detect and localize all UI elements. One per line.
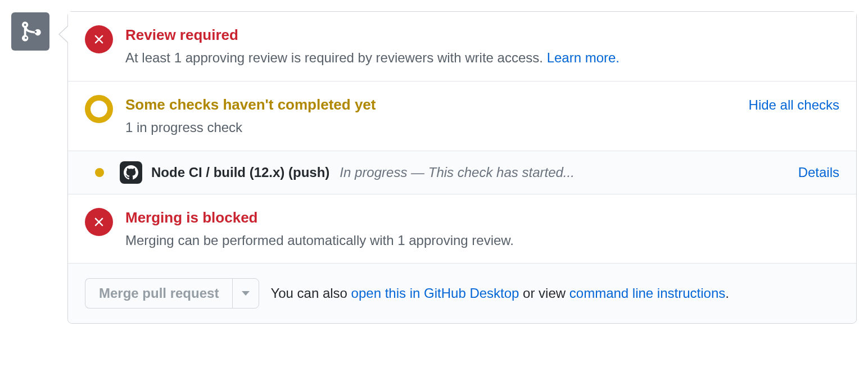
learn-more-link[interactable]: Learn more. <box>547 50 620 65</box>
footer-prefix: You can also <box>270 285 351 301</box>
merge-dropdown-button[interactable] <box>232 278 259 309</box>
check-name: Node CI / build (12.x) (push) <box>151 165 329 180</box>
chevron-down-icon <box>242 291 250 296</box>
check-status: In progress — This check has started... <box>340 165 798 180</box>
review-desc-text: At least 1 approving review is required … <box>125 50 547 65</box>
open-desktop-link[interactable]: open this in GitHub Desktop <box>351 285 519 301</box>
hide-all-checks-link[interactable]: Hide all checks <box>749 97 839 113</box>
review-required-desc: At least 1 approving review is required … <box>125 48 839 67</box>
review-required-section: Review required At least 1 approving rev… <box>68 12 856 81</box>
footer-middle: or view <box>519 285 569 301</box>
merging-blocked-desc: Merging can be performed automatically w… <box>125 231 839 250</box>
merge-pull-request-button[interactable]: Merge pull request <box>85 278 232 309</box>
checks-section: Some checks haven't completed yet 1 in p… <box>68 81 856 151</box>
footer-suffix: . <box>725 285 729 301</box>
status-dot-pending-icon <box>95 168 104 177</box>
merging-blocked-title: Merging is blocked <box>125 209 839 226</box>
checks-title: Some checks haven't completed yet <box>125 96 839 114</box>
check-row: Node CI / build (12.x) (push) In progres… <box>68 151 856 194</box>
error-icon <box>85 25 113 53</box>
cli-instructions-link[interactable]: command line instructions <box>569 285 725 301</box>
speech-arrow <box>58 25 68 43</box>
review-required-title: Review required <box>125 26 839 44</box>
footer-text: You can also open this in GitHub Desktop… <box>270 285 729 301</box>
github-actions-icon <box>120 161 142 184</box>
merging-blocked-section: Merging is blocked Merging can be perfor… <box>68 194 856 264</box>
checks-subtitle: 1 in progress check <box>125 118 839 137</box>
check-details-link[interactable]: Details <box>798 165 839 180</box>
merge-button-group: Merge pull request <box>85 278 259 309</box>
git-merge-icon <box>11 12 49 51</box>
merge-status-panel: Review required At least 1 approving rev… <box>67 11 857 324</box>
merge-footer: Merge pull request You can also open thi… <box>68 264 856 323</box>
error-icon <box>85 208 113 236</box>
pending-icon <box>85 95 113 123</box>
